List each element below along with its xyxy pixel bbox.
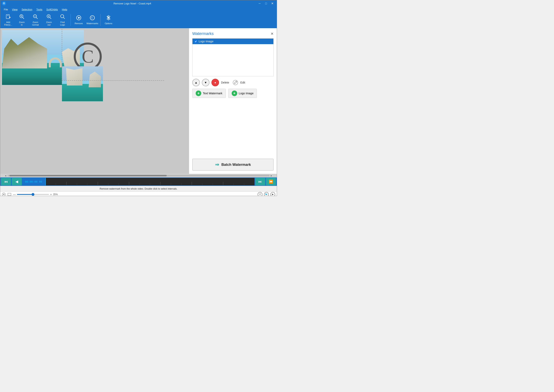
selection-border-top: [62, 80, 164, 81]
social-icons: f 🐦 ▶: [258, 192, 275, 196]
svg-line-25: [236, 81, 237, 82]
window-controls: ─ □ ✕: [257, 1, 275, 6]
twitter-icon[interactable]: 🐦: [264, 192, 269, 196]
add-text-label: Text Watermark: [203, 92, 222, 95]
svg-text:1: 1: [21, 14, 21, 16]
find-logo-button[interactable]: FindLogo: [56, 13, 69, 27]
edit-button[interactable]: Edit: [240, 81, 245, 84]
add-files-icon: [5, 14, 11, 20]
options-icon: [106, 15, 111, 21]
add-files-label: AddFile(s)...: [4, 21, 12, 26]
watermark-checkbox-logo[interactable]: [195, 40, 197, 43]
scrollbar-thumb[interactable]: [9, 175, 167, 176]
watermark-item-label: Logo Image: [199, 40, 213, 43]
add-logo-label: Logo Image: [239, 92, 254, 95]
menu-view[interactable]: View: [10, 7, 20, 12]
watermarks-icon: ©: [90, 15, 95, 21]
zoom-normal-icon: [33, 14, 38, 20]
svg-rect-28: [8, 193, 11, 196]
delete-button[interactable]: Delete: [221, 81, 229, 84]
menu-file[interactable]: File: [2, 7, 10, 12]
add-logo-image-button[interactable]: + Logo Image: [228, 89, 257, 98]
zoom-out-label: Zoomout: [46, 21, 52, 26]
find-logo-icon: [60, 14, 65, 20]
svg-line-10: [36, 17, 38, 19]
timeline-area: ⏮ ◀ 00:00:00 00 ⏭ ⏩: [0, 177, 277, 186]
zoom-in-label: Zoomin: [19, 21, 25, 26]
svg-line-17: [63, 17, 65, 19]
options-button[interactable]: Options: [102, 13, 115, 27]
move-down-button[interactable]: ▼: [202, 79, 210, 86]
panel-close-button[interactable]: ✕: [271, 32, 273, 36]
selection-border-left: [62, 29, 62, 84]
watermark-list-item-logo[interactable]: Logo Image: [192, 39, 273, 44]
menu-help[interactable]: Help: [60, 7, 69, 12]
maximize-button[interactable]: □: [263, 1, 269, 6]
scroll-right-arrow[interactable]: ►: [270, 175, 273, 177]
watermarks-panel: Watermarks ✕ Logo Image ▲ ▼ ● Delete Edi…: [189, 28, 277, 174]
close-button[interactable]: ✕: [270, 1, 275, 6]
zoom-normal-button[interactable]: Zoomnormal: [29, 13, 42, 27]
zoom-slider[interactable]: [17, 194, 49, 195]
watermark-list[interactable]: Logo Image: [192, 38, 273, 76]
delete-icon[interactable]: ●: [211, 79, 219, 86]
zoom-plus-icon[interactable]: +: [50, 193, 52, 196]
options-label: Options: [105, 22, 112, 25]
add-buttons-row: + Text Watermark + Logo Image: [192, 89, 273, 98]
svg-point-22: [108, 17, 109, 18]
svg-point-24: [233, 80, 238, 85]
menu-selection[interactable]: Selection: [20, 7, 34, 12]
panel-header: Watermarks ✕: [192, 31, 273, 36]
timeline-ruler[interactable]: [45, 178, 254, 185]
zoom-normal-label: Zoomnormal: [32, 21, 39, 26]
svg-text:©: ©: [91, 16, 93, 19]
forward-fast-button[interactable]: ⏩: [266, 178, 276, 185]
youtube-icon[interactable]: ▶: [270, 192, 275, 196]
edit-label: Edit: [240, 81, 245, 84]
watermarks-button[interactable]: © Watermarks: [86, 13, 99, 27]
window-title: Remove Logo Now! - Coast.mp4: [8, 2, 257, 5]
forward-end-button[interactable]: ⏭: [255, 178, 265, 185]
zoom-out-icon: [46, 14, 52, 20]
toolbar: AddFile(s)... 1 Zoomin Zoomnormal: [0, 12, 277, 28]
status-message: Remove watermark from the whole video. D…: [3, 187, 273, 190]
menu-tools[interactable]: Tools: [34, 7, 44, 12]
svg-marker-19: [78, 17, 80, 19]
add-files-button[interactable]: AddFile(s)...: [2, 13, 14, 27]
add-text-icon: +: [196, 91, 201, 96]
zoom-minus-icon[interactable]: —: [13, 193, 16, 196]
svg-point-27: [3, 194, 4, 195]
zoom-out-button[interactable]: Zoomout: [42, 13, 55, 27]
bottom-toolbar: — + 35% f 🐦 ▶: [0, 191, 277, 196]
zoom-slider-thumb[interactable]: [32, 193, 34, 196]
move-up-button[interactable]: ▲: [192, 79, 200, 86]
add-text-watermark-button[interactable]: + Text Watermark: [192, 89, 226, 98]
svg-line-13: [50, 17, 51, 19]
remove-icon: [76, 15, 82, 21]
app-icon: R: [2, 1, 6, 6]
rewind-back-button[interactable]: ◀: [12, 178, 22, 185]
edit-icon: [233, 80, 238, 85]
watermarks-label: Watermarks: [86, 22, 98, 25]
facebook-icon[interactable]: f: [258, 192, 262, 196]
svg-rect-0: [6, 14, 9, 19]
horizontal-scrollbar[interactable]: ◄ ►: [0, 174, 277, 177]
menu-bar: File View Selection Tools SoftOrbits Hel…: [0, 7, 277, 12]
menu-softorbits[interactable]: SoftOrbits: [44, 7, 60, 12]
playhead: [45, 178, 46, 185]
canvas-area[interactable]: C: [0, 28, 189, 174]
batch-watermark-label: Batch Watermark: [221, 163, 251, 167]
video-frame-2: [62, 66, 103, 101]
scrollbar-track[interactable]: [7, 175, 270, 176]
minimize-button[interactable]: ─: [257, 1, 262, 6]
remove-button[interactable]: Remove: [72, 13, 85, 27]
remove-label: Remove: [75, 22, 83, 25]
zoom-percentage: 35%: [53, 193, 58, 196]
rewind-to-start-button[interactable]: ⏮: [1, 178, 11, 185]
rect-tool-icon[interactable]: [7, 192, 11, 196]
select-tool-icon[interactable]: [2, 192, 6, 196]
batch-watermark-button[interactable]: ⇒ Batch Watermark: [192, 159, 273, 171]
scroll-left-arrow[interactable]: ◄: [4, 175, 7, 177]
find-logo-label: FindLogo: [60, 21, 65, 26]
zoom-in-button[interactable]: 1 Zoomin: [15, 13, 28, 27]
